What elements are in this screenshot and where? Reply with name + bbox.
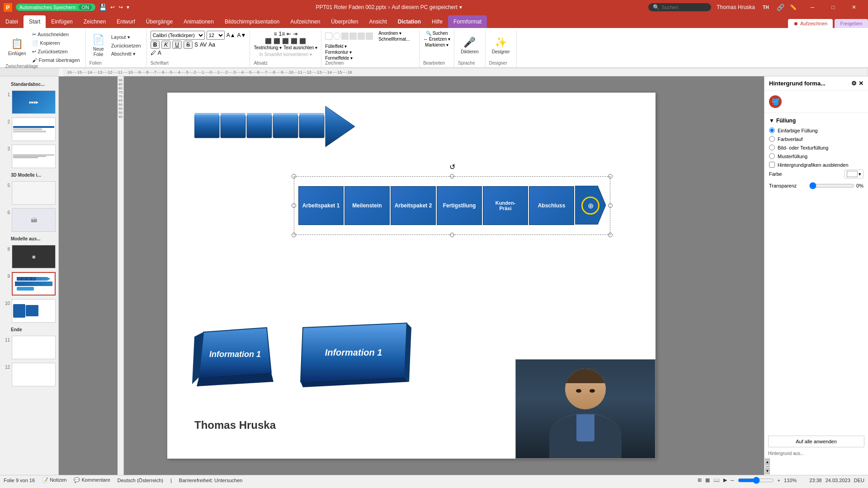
panel-close-icon[interactable]: ✕ [859,80,863,87]
smartart-btn[interactable]: In SmartArt konvertieren ▾ [259,52,312,57]
zoom-out-btn[interactable]: ─ [731,478,734,483]
handle-bl[interactable] [292,233,296,237]
tab-hilfe[interactable]: Hilfe [426,15,448,28]
zuruecksetzen2-btn[interactable]: Zurücksetzen [109,42,143,49]
diktieren-btn[interactable]: 🎤 Diktieren [458,32,481,59]
apply-all-button[interactable]: Auf alle anwenden [768,436,864,447]
shape-tri[interactable] [341,33,349,40]
rotate-handle[interactable]: ↺ [449,163,455,171]
tab-start[interactable]: Start [24,15,46,28]
decrease-font-btn[interactable]: A▼ [237,32,246,38]
align-center-btn[interactable]: ⬛ [274,38,280,44]
numbered-btn[interactable]: 1≡ [278,31,285,37]
strikethrough-btn[interactable]: S [184,41,193,49]
einfuegen-btn[interactable]: 📋 Einfügen [5,34,28,61]
columns-btn[interactable]: ⬛ [299,38,306,44]
info-btn-2[interactable]: Information 1 [298,319,411,391]
shape-line[interactable] [358,33,365,40]
scroll-down-btn[interactable]: ▼ [765,468,770,474]
markieren-btn[interactable]: Markieren ▾ [425,42,448,47]
fuelleffekt-btn[interactable]: Fülleffekt ▾ [325,44,353,49]
view-reading-btn[interactable]: 📖 [713,477,720,483]
slide-thumb-12[interactable]: 12 [2,362,57,387]
tab-formformat[interactable]: Formformat [448,15,487,28]
justify-btn[interactable]: ⬛ [291,38,297,44]
text-ausrichten-btn[interactable]: Text ausrichten ▾ [283,45,317,50]
abschnitt-btn[interactable]: Abschnitt ▾ [109,50,143,58]
ersetzen-btn[interactable]: ↔ Ersetzen ▾ [423,37,450,42]
scroll-up-btn[interactable]: ▲ [765,459,770,465]
fuellung-header[interactable]: ▼ Füllung [769,117,863,124]
process-flow-container[interactable]: ↺ Arbeitspaket 1 Meilenstein Arbeitspake… [294,176,610,235]
slide-thumb-10[interactable]: 10 [2,298,57,324]
align-left-btn[interactable]: ⬛ [265,38,272,44]
tab-ansicht[interactable]: Ansicht [363,15,392,28]
layout-btn[interactable]: Layout ▾ [109,33,143,41]
checkbox-hintergrund[interactable] [769,162,775,168]
panel-settings-icon[interactable]: ⚙ [851,80,857,87]
close-button[interactable]: ✕ [844,0,864,14]
tab-aufzeichnen[interactable]: Aufzeichnen [285,15,326,28]
toolbar-redo-icon[interactable]: ↪ [118,4,123,10]
view-slide-btn[interactable]: ▦ [705,477,710,483]
bold-btn[interactable]: B [151,41,160,49]
anordnen-btn[interactable]: Anordnen ▾ [378,31,410,36]
view-slideshow-btn[interactable]: ▶ [723,477,727,483]
zoom-slider[interactable] [738,477,774,484]
underline-btn[interactable]: U [172,41,182,49]
flow-item-ms[interactable]: Meilenstein [344,186,390,225]
shape-rect[interactable] [325,33,332,40]
indent-more-btn[interactable]: ⇥ [293,31,297,37]
italic-btn[interactable]: K [161,41,170,49]
shape-more[interactable] [366,33,373,40]
info-btn-1[interactable]: Information 1 [190,319,280,391]
font-spacing-btn[interactable]: AV [200,42,207,48]
format-uebertragen-btn[interactable]: 🖌 Format übertragen [30,56,81,64]
align-right-btn[interactable]: ⬛ [282,38,289,44]
formeffekte-btn[interactable]: Formeffekte ▾ [325,56,353,61]
flow-item-ap1[interactable]: Arbeitspaket 1 [298,186,344,225]
comments-btn[interactable]: 💬 Kommentare [74,477,110,483]
bullets-btn[interactable]: ≡ [274,31,277,37]
radio-einfach[interactable] [769,127,775,133]
tab-zeichnen[interactable]: Zeichnen [78,15,111,28]
shape-arrow[interactable] [349,33,357,40]
tab-bildschirm[interactable]: Bildschirmpräsentation [219,15,285,28]
font-select[interactable]: Calibri (Textkörper) [151,31,205,40]
radio-farbverlauf[interactable] [769,136,775,142]
handle-tm[interactable] [450,174,454,178]
increase-font-btn[interactable]: A▲ [226,32,236,38]
slide-thumb-3[interactable]: 3 [2,144,57,169]
textrichtung-btn[interactable]: Textrichtung ▾ [254,45,282,50]
search-input[interactable] [661,5,707,10]
top-3d-arrow[interactable] [194,102,357,153]
slide-thumb-6[interactable]: 6 🏔 [2,207,57,233]
slide-thumb-9[interactable]: 9 [2,271,57,296]
hintergrund-link[interactable]: Hintergrund aus... [764,451,868,458]
designer-btn[interactable]: ✨ Designer [489,32,513,59]
notes-btn[interactable]: 📝 Notizen [42,477,66,483]
location-dropdown-icon[interactable]: ▾ [459,4,462,10]
kopieren-btn[interactable]: 📄 Kopieren [30,39,81,47]
zuruecksetzen-btn[interactable]: ↩ Zurücksetzen [30,48,81,56]
paint-bucket-icon[interactable]: 🪣 [769,95,782,108]
slide-thumb-11[interactable]: 11 [2,335,57,360]
accessibility-label[interactable]: Barrierefreiheit: Untersuchen [179,478,243,483]
share-icon[interactable]: 🔗 [777,4,784,11]
shadow-btn[interactable]: S [194,42,198,48]
handle-tr[interactable] [608,174,613,178]
indent-less-btn[interactable]: ⇤ [287,31,291,37]
handle-br[interactable] [608,233,613,237]
flow-item-fert[interactable]: Fertigstllung [437,186,482,225]
zoom-in-btn[interactable]: + [778,478,780,483]
handle-tl[interactable] [292,174,296,178]
view-normal-btn[interactable]: ⊞ [698,477,702,483]
slide-thumb-2[interactable]: 2 [2,117,57,142]
flow-arrow-container[interactable]: ⊕ [575,186,606,226]
shape-ellipse[interactable] [333,33,340,40]
flow-item-abschl[interactable]: Abschluss [529,186,574,225]
tab-entwurf[interactable]: Entwurf [111,15,141,28]
highlight-btn[interactable]: 🖊 [151,50,156,56]
aufzeichnen-btn[interactable]: ⏺ Aufzeichnen [788,19,833,28]
slide-thumb-8[interactable]: 8 ▦ [2,244,57,269]
